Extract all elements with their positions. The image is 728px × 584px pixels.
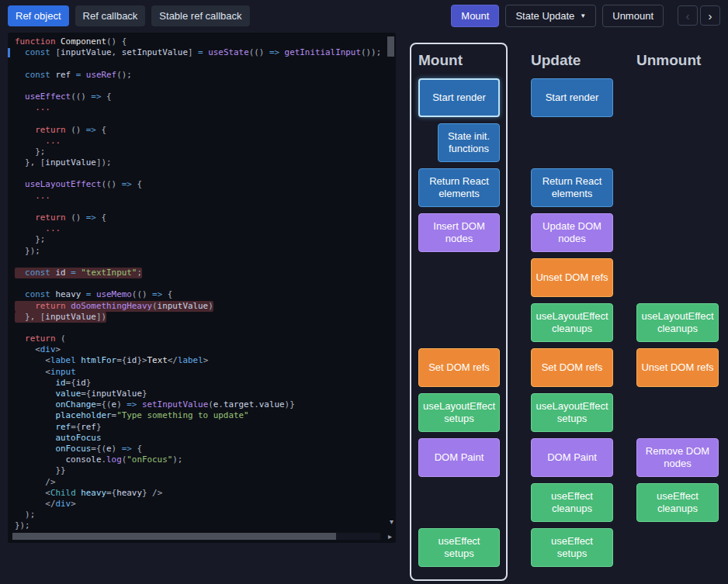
step-update-dom-nodes: Update DOM nodes (531, 213, 613, 252)
step-uselayouteffect-cleanups: useLayoutEffect cleanups (531, 303, 613, 342)
code-line: }} (15, 465, 385, 476)
code-text: <input (15, 367, 76, 378)
vertical-scrollbar-thumb[interactable] (387, 36, 394, 57)
tab-stable-ref-callback[interactable]: Stable ref callback (151, 5, 249, 26)
code-text: placeholder="Type something to update" (15, 410, 249, 421)
code-line: }); (15, 246, 385, 257)
code-line: }; (15, 147, 385, 157)
code-line: </div> (15, 499, 385, 510)
code-text: }); (15, 246, 40, 257)
button-unmount[interactable]: Unmount (602, 5, 664, 27)
step-state-init-functions: State init. functions (438, 123, 500, 162)
code-text: const heavy = useMemo(() => { (15, 289, 172, 300)
code-text: ); (15, 510, 35, 520)
button-label: Mount (461, 10, 489, 22)
highlighted-code: }, [inputValue]) (15, 312, 106, 323)
code-line: useLayoutEffect(() => { (15, 179, 385, 190)
flow-area: MountStart renderState init. functionsRe… (410, 33, 719, 581)
code-line: const id = "textInput"; (15, 268, 385, 278)
step-useeffect-cleanups: useEffect cleanups (636, 483, 719, 522)
code-line: return doSomethingHeavy(inputValue) (15, 301, 385, 312)
code-line: return ( (15, 333, 385, 344)
step-remove-dom-nodes: Remove DOM nodes (636, 438, 719, 477)
button-mount[interactable]: Mount (451, 5, 499, 27)
code-line: <div> (15, 344, 385, 355)
caret-down-icon: ▼ (580, 13, 586, 19)
step-set-dom-refs: Set DOM refs (531, 348, 613, 387)
scroll-right-icon[interactable]: ▸ (388, 533, 392, 541)
code-line: autoFocus (15, 433, 385, 444)
button-state-update[interactable]: State Update▼ (505, 5, 596, 27)
code-text: ... (15, 191, 50, 202)
code-text: <label htmlFor={id}>Text</label> (15, 355, 208, 366)
code-line: ... (15, 102, 385, 113)
code-line: return () => { (15, 213, 385, 223)
code-line: const [inputValue, setInputValue] = useS… (15, 47, 385, 58)
code-line (15, 113, 385, 124)
code-line: function Component() { (15, 36, 385, 47)
code-line (15, 278, 385, 289)
code-text: return ( (15, 333, 66, 344)
code-text: autoFocus (15, 433, 101, 444)
code-text: }; (15, 147, 45, 157)
code-line: placeholder="Type something to update" (15, 410, 385, 421)
code-editor[interactable]: function Component() { const [inputValue… (8, 33, 396, 543)
code-line: }); (15, 520, 385, 531)
code-line: }; (15, 234, 385, 245)
code-line: onFocus={(e) => { (15, 444, 385, 454)
flow-column-update: UpdateStart renderReturn React elementsU… (531, 43, 613, 573)
code-line: const heavy = useMemo(() => { (15, 289, 385, 300)
step-unset-dom-refs: Unset DOM refs (636, 348, 719, 387)
code-text: value={inputValue} (15, 389, 147, 399)
tab-ref-object[interactable]: Ref object (8, 5, 69, 26)
code-line: <Child heavy={heavy} /> (15, 488, 385, 499)
button-label: Unmount (612, 10, 653, 22)
code-line: <input (15, 367, 385, 378)
code-text: </div> (15, 499, 76, 510)
code-line: ... (15, 223, 385, 234)
step-uselayouteffect-setups: useLayoutEffect setups (418, 393, 500, 432)
code-text: function Component() { (15, 36, 127, 47)
flow-column-title-update: Update (531, 50, 613, 71)
code-text: ... (15, 136, 61, 147)
step-insert-dom-nodes: Insert DOM nodes (418, 213, 500, 252)
highlighted-code: return doSomethingHeavy(inputValue) (15, 301, 213, 312)
step-uselayouteffect-setups: useLayoutEffect setups (531, 393, 613, 432)
code-text: onChange={(e) => setInputValue(e.target.… (15, 399, 295, 410)
step-set-dom-refs: Set DOM refs (418, 348, 500, 387)
code-line: ); (15, 510, 385, 520)
code-text: useEffect(() => { (15, 92, 112, 102)
step-useeffect-setups: useEffect setups (531, 528, 613, 567)
topbar: Ref objectRef callbackStable ref callbac… (0, 0, 728, 31)
next-step-button[interactable]: › (700, 5, 720, 26)
flow-steps-update: Start renderReturn React elementsUpdate … (531, 78, 613, 573)
code-text: <div> (15, 344, 61, 355)
vertical-scrollbar[interactable] (387, 36, 394, 517)
step-nav: ‹› (678, 5, 720, 26)
step-return-react-elements: Return React elements (418, 168, 500, 207)
code-line (15, 58, 385, 69)
code-text: /> (15, 477, 55, 488)
prev-step-button[interactable]: ‹ (678, 5, 698, 26)
flow-steps-unmount: useLayoutEffect cleanupsUnset DOM refsRe… (636, 78, 719, 573)
flow-column-title-mount: Mount (418, 50, 499, 71)
main-content: function Component() { const [inputValue… (0, 31, 728, 581)
code-line: id={id} (15, 378, 385, 389)
horizontal-scrollbar[interactable] (12, 533, 380, 540)
code-text: console.log("onFocus"); (15, 454, 182, 465)
code-line: ref={ref} (15, 422, 385, 433)
scroll-down-icon[interactable]: ▾ (390, 518, 393, 526)
flow-column-unmount: UnmountuseLayoutEffect cleanupsUnset DOM… (636, 43, 719, 573)
code-line: return () => { (15, 125, 385, 136)
flow-column-mount: MountStart renderState init. functionsRe… (410, 43, 508, 581)
step-dom-paint: DOM Paint (531, 438, 613, 477)
horizontal-scrollbar-thumb[interactable] (12, 533, 336, 540)
step-start-render: Start render (418, 78, 500, 117)
code-text: return () => { (15, 213, 106, 223)
code-text: ref={ref} (15, 422, 101, 433)
tab-ref-callback[interactable]: Ref callback (75, 5, 146, 26)
step-unset-dom-refs: Unset DOM refs (531, 258, 613, 297)
code-text: const [inputValue, setInputValue] = useS… (15, 47, 381, 58)
step-useeffect-cleanups: useEffect cleanups (531, 483, 613, 522)
code-line: ... (15, 136, 385, 147)
